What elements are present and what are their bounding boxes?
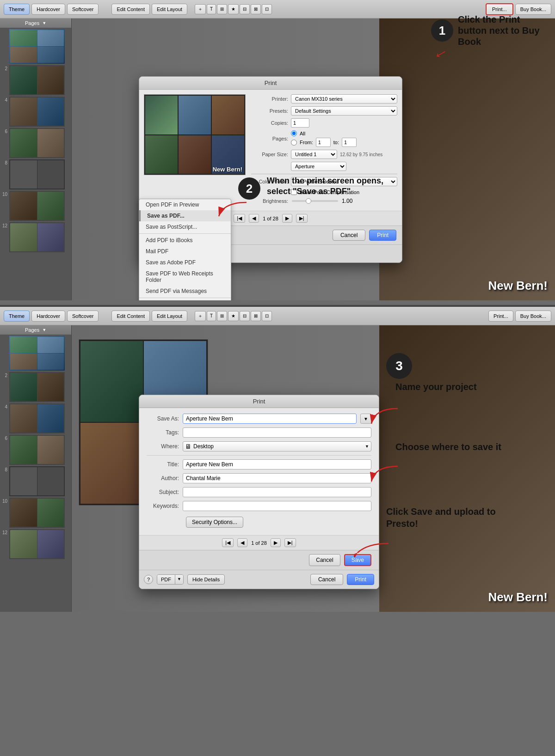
softcover-button-1[interactable]: Softcover — [67, 4, 99, 15]
sidebar-thumbnails-2[interactable]: 2 4 6 — [0, 335, 71, 598]
thumb-6[interactable] — [9, 128, 65, 158]
thumb-2[interactable] — [9, 65, 65, 95]
grid-icon-2[interactable]: ⊟ — [240, 311, 250, 321]
grid-icon-1[interactable]: ⊟ — [240, 4, 250, 14]
thumb-10b[interactable] — [9, 498, 65, 528]
paper-size-sub-select[interactable]: Aperture — [291, 162, 346, 171]
toolbar-icons-1: ＋ T ⊞ ★ ⊟ ⊠ ⊡ — [195, 4, 272, 14]
thumb-10[interactable] — [9, 191, 65, 221]
desktop-icon: 🖥 — [185, 443, 191, 450]
edit-layout-button-1[interactable]: Edit Layout — [152, 4, 187, 15]
hardcover-button-2[interactable]: Hardcover — [31, 311, 65, 322]
tags-input[interactable] — [183, 427, 371, 438]
pages-from-radio[interactable] — [291, 140, 297, 146]
brightness-slider[interactable] — [292, 200, 338, 202]
hardcover-button-1[interactable]: Hardcover — [31, 4, 65, 15]
pdf-messages[interactable]: Send PDF via Messages — [139, 286, 231, 297]
pdf-web-receipts[interactable]: Save PDF to Web Receipts Folder — [139, 268, 231, 286]
edit-content-button-2[interactable]: Edit Content — [111, 311, 150, 322]
print-button-2[interactable]: Print... — [488, 311, 513, 322]
nav-first-btn-2[interactable]: |◀ — [222, 538, 234, 547]
thumb-item-8b: 8 — [1, 466, 70, 496]
where-select[interactable]: 🖥 Desktop ▼ — [183, 441, 371, 451]
text-icon-1[interactable]: T — [207, 4, 216, 14]
cancel-button-dialog-2[interactable]: Cancel — [310, 574, 343, 585]
pdf-save-adobe[interactable]: Save as Adobe PDF — [139, 257, 231, 268]
nav-last-btn-2[interactable]: ▶| — [284, 538, 296, 547]
thumb-cover-img-2[interactable] — [9, 336, 65, 371]
title-input[interactable] — [183, 459, 371, 469]
theme-button-2[interactable]: Theme — [4, 311, 30, 322]
thumb-4[interactable] — [9, 97, 65, 127]
save-dialog-title: Print — [139, 395, 379, 408]
save-body: Save As: ▼ Tags: Where: 🖥 Desk — [139, 408, 379, 535]
pages-all-radio[interactable] — [291, 130, 297, 136]
save-as-input[interactable] — [183, 414, 357, 424]
plus-icon-2[interactable]: ＋ — [195, 311, 206, 321]
pdf-add-ibooks[interactable]: Add PDF to iBooks — [139, 235, 231, 246]
print-action-button-1[interactable]: Print — [369, 230, 396, 241]
help-button-2[interactable]: ? — [144, 575, 153, 584]
subject-input[interactable] — [183, 487, 371, 497]
pdf-btn-arrow-2[interactable]: ▼ — [175, 575, 183, 584]
pdf-edit-menu[interactable]: Edit Menu... — [139, 299, 231, 300]
pdf-btn-main-2[interactable]: PDF — [157, 575, 175, 584]
buy-book-button-2[interactable]: Buy Book... — [515, 311, 551, 322]
arrow-svg-1 — [214, 198, 251, 221]
print-action-button-2[interactable]: Print — [347, 574, 374, 585]
pages-from-input[interactable] — [316, 138, 331, 147]
plus-icon-1[interactable]: ＋ — [195, 4, 206, 14]
thumb-6b[interactable] — [9, 435, 65, 465]
thumb-cover-img[interactable] — [9, 29, 65, 64]
sidebar-thumbnails-1[interactable]: 2 4 6 — [0, 28, 71, 292]
presets-select[interactable]: Default Settings — [291, 106, 397, 116]
cancel-button-dialog-1[interactable]: Cancel — [333, 230, 365, 241]
nav-last-btn[interactable]: ▶| — [296, 214, 308, 223]
sidebar-dropdown-arrow-2[interactable]: ▼ — [42, 328, 46, 332]
thumb-4b[interactable] — [9, 403, 65, 433]
thumb-8[interactable] — [9, 159, 65, 189]
layout-icon-2[interactable]: ⊡ — [262, 311, 272, 321]
image-icon-2[interactable]: ⊞ — [217, 311, 227, 321]
nav-next-btn-2[interactable]: ▶ — [271, 538, 281, 547]
toolbar-2: Theme Hardcover Softcover Edit Content E… — [0, 307, 555, 325]
thumb-item-4: 4 — [1, 97, 70, 127]
theme-button-1[interactable]: Theme — [4, 4, 30, 15]
save-cancel-btn[interactable]: Cancel — [309, 554, 340, 566]
new-bern-bg-label-1: New Bern! — [488, 279, 548, 293]
hide-details-button-2[interactable]: Hide Details — [187, 574, 225, 585]
thumb-12b[interactable] — [9, 529, 65, 559]
keywords-input[interactable] — [183, 501, 371, 511]
pdf-save-postscript[interactable]: Save as PostScript... — [139, 221, 231, 232]
nav-prev-btn-2[interactable]: ◀ — [237, 538, 247, 547]
paper-size-select[interactable]: Untitled 1 — [291, 150, 337, 159]
security-options-btn[interactable]: Security Options... — [186, 517, 243, 528]
thumb-2b[interactable] — [9, 372, 65, 402]
image-icon-1[interactable]: ⊞ — [217, 4, 227, 14]
pages-to-input[interactable] — [342, 138, 357, 147]
copies-input[interactable] — [291, 118, 309, 128]
softcover-button-2[interactable]: Softcover — [67, 311, 99, 322]
annotation-text-2-container: When the print screen opens, select "Sav… — [267, 176, 387, 197]
printer-select[interactable]: Canon MX310 series — [291, 94, 397, 104]
star-icon-1[interactable]: ★ — [228, 4, 239, 14]
arrow-to-save-btn — [354, 539, 391, 559]
photo-icon-2[interactable]: ⊠ — [251, 311, 261, 321]
layout-icon-1[interactable]: ⊡ — [262, 4, 272, 14]
pdf-mail[interactable]: Mail PDF — [139, 246, 231, 257]
buy-book-button-1[interactable]: Buy Book... — [515, 4, 551, 15]
text-icon-2[interactable]: T — [207, 311, 216, 321]
preview-label-1: New Bern! — [213, 166, 242, 173]
print-button-1[interactable]: Print... — [486, 3, 513, 15]
sidebar-header-2: Theme Pages ▼ — [0, 325, 71, 335]
edit-content-button-1[interactable]: Edit Content — [111, 4, 150, 15]
photo-icon-1[interactable]: ⊠ — [251, 4, 261, 14]
nav-next-btn[interactable]: ▶ — [282, 214, 292, 223]
edit-layout-button-2[interactable]: Edit Layout — [152, 311, 187, 322]
sidebar-dropdown-arrow-1[interactable]: ▼ — [42, 21, 46, 25]
star-icon-2[interactable]: ★ — [228, 311, 239, 321]
thumb-8b[interactable] — [9, 466, 65, 496]
author-input[interactable] — [183, 473, 371, 483]
pages-all-row: All — [291, 130, 357, 136]
thumb-12[interactable] — [9, 222, 65, 252]
